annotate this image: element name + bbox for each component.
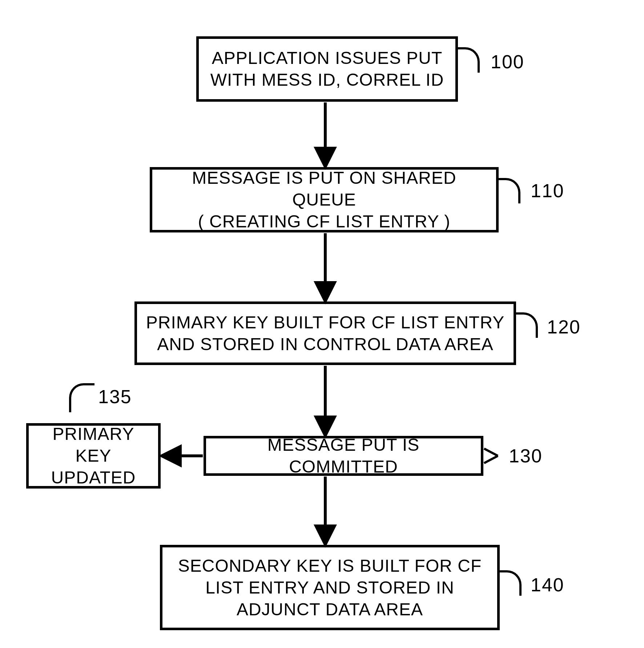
step-100-text: APPLICATION ISSUES PUT WITH MESS ID, COR… [210,47,444,91]
ref-hook-135 [69,383,94,412]
ref-label-100: 100 [491,51,524,73]
ref-label-120: 120 [547,316,581,338]
step-110-text: MESSAGE IS PUT ON SHARED QUEUE ( CREATIN… [160,167,489,232]
ref-label-135: 135 [98,386,132,408]
flowchart-canvas: APPLICATION ISSUES PUT WITH MESS ID, COR… [0,0,644,648]
step-135-text: PRIMARY KEY UPDATED [36,423,151,489]
ref-hook-120 [516,312,538,338]
step-110-box: MESSAGE IS PUT ON SHARED QUEUE ( CREATIN… [150,167,499,232]
ref-hook-100 [458,47,480,73]
step-120-box: PRIMARY KEY BUILT FOR CF LIST ENTRY AND … [134,301,516,365]
svg-line-5 [484,449,498,456]
ref-label-110: 110 [531,180,564,202]
step-140-box: SECONDARY KEY IS BUILT FOR CF LIST ENTRY… [160,545,500,630]
step-130-box: MESSAGE PUT IS COMMITTED [204,436,483,476]
ref-hook-140 [500,570,522,596]
step-130-text: MESSAGE PUT IS COMMITTED [213,434,474,478]
ref-label-140: 140 [531,574,564,596]
ref-label-130: 130 [509,445,543,467]
svg-line-6 [484,456,498,463]
step-135-box: PRIMARY KEY UPDATED [26,423,161,489]
step-100-box: APPLICATION ISSUES PUT WITH MESS ID, COR… [196,36,458,102]
step-140-text: SECONDARY KEY IS BUILT FOR CF LIST ENTRY… [178,555,482,620]
ref-hook-110 [499,178,520,203]
step-120-text: PRIMARY KEY BUILT FOR CF LIST ENTRY AND … [146,312,504,355]
